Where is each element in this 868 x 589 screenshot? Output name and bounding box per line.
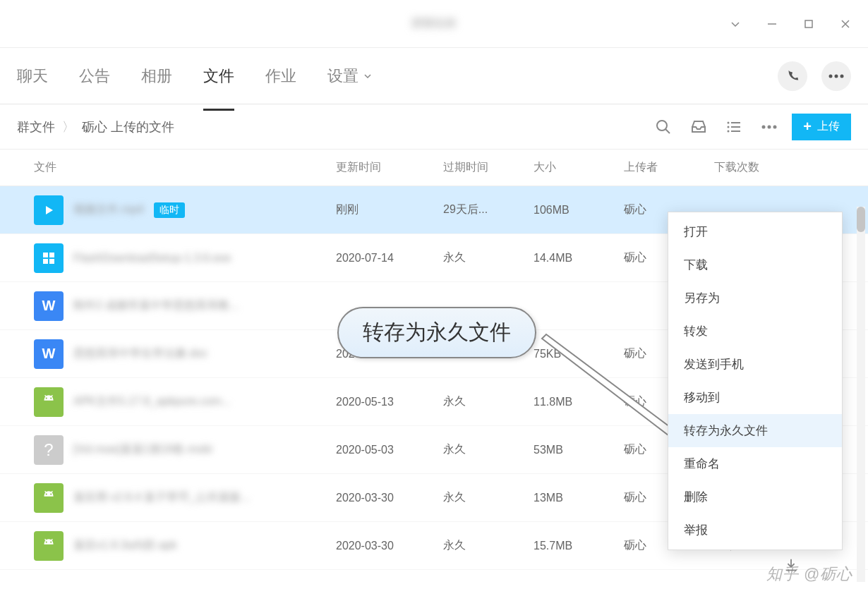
cell-update: 2020-05-13 bbox=[336, 396, 443, 408]
upload-button[interactable]: + 上传 bbox=[792, 114, 851, 140]
cell-update: 2020-05-03 bbox=[336, 444, 443, 456]
menu-item-delete[interactable]: 删除 bbox=[668, 480, 842, 514]
title-bar: 群聊名称 bbox=[0, 0, 868, 48]
svg-point-11 bbox=[728, 126, 730, 128]
dropdown-icon[interactable] bbox=[727, 16, 744, 32]
svg-point-26 bbox=[50, 493, 52, 494]
menu-item-forward[interactable]: 转发 bbox=[668, 315, 842, 348]
file-name: 视频文件.mp4 bbox=[73, 202, 144, 217]
col-downloads[interactable]: 下载次数 bbox=[714, 160, 851, 175]
svg-rect-19 bbox=[43, 259, 48, 264]
cell-expire: 永久 bbox=[443, 538, 534, 553]
window-controls bbox=[727, 16, 854, 32]
list-icon[interactable] bbox=[721, 114, 747, 140]
menu-item-moveto[interactable]: 移动到 bbox=[668, 381, 842, 414]
menu-item-saveas[interactable]: 另存为 bbox=[668, 281, 842, 315]
breadcrumb-path: 砺心 上传的文件 bbox=[82, 119, 174, 135]
cell-expire: 永久 bbox=[443, 442, 534, 457]
svg-point-2 bbox=[829, 74, 833, 78]
svg-rect-18 bbox=[49, 253, 54, 257]
apk-icon bbox=[34, 387, 64, 417]
svg-point-3 bbox=[835, 74, 838, 78]
inbox-icon[interactable] bbox=[686, 114, 711, 140]
scrollbar-thumb[interactable] bbox=[857, 207, 865, 232]
svg-point-15 bbox=[773, 125, 777, 128]
col-name[interactable]: 文件 bbox=[34, 160, 336, 175]
svg-point-12 bbox=[728, 130, 730, 132]
svg-point-22 bbox=[50, 397, 52, 399]
svg-point-21 bbox=[46, 397, 47, 399]
cell-size: 13MB bbox=[534, 492, 624, 504]
menu-item-report[interactable]: 举报 bbox=[668, 514, 842, 547]
menu-item-rename[interactable]: 重命名 bbox=[668, 447, 842, 480]
window-title: 群聊名称 bbox=[411, 16, 457, 31]
unknown-icon: ? bbox=[34, 435, 64, 465]
call-icon[interactable] bbox=[778, 61, 807, 91]
svg-line-31 bbox=[45, 539, 47, 540]
tab-settings[interactable]: 设置 bbox=[327, 59, 373, 94]
win-icon bbox=[34, 243, 64, 273]
search-icon[interactable] bbox=[651, 114, 676, 140]
more-icon[interactable] bbox=[821, 61, 851, 91]
cell-size: 15.7MB bbox=[534, 540, 624, 552]
svg-rect-1 bbox=[805, 20, 812, 28]
svg-point-4 bbox=[840, 74, 844, 78]
cell-expire: 永久 bbox=[443, 394, 534, 409]
svg-marker-16 bbox=[46, 206, 53, 214]
cell-size: 14.4MB bbox=[534, 252, 624, 265]
svg-point-29 bbox=[46, 541, 47, 542]
svg-point-13 bbox=[762, 125, 766, 128]
cell-update: 2020-07-14 bbox=[336, 252, 443, 265]
col-uploader[interactable]: 上传者 bbox=[624, 160, 714, 175]
svg-rect-20 bbox=[49, 259, 54, 264]
cell-update: 刚刚 bbox=[336, 202, 443, 217]
scrollbar-track[interactable] bbox=[857, 207, 865, 582]
context-menu: 打开下载另存为转发发送到手机移动到转存为永久文件重命名删除举报 bbox=[668, 212, 843, 550]
file-name: 某应v1.9.3o内部.apk bbox=[73, 538, 177, 553]
cell-size: 106MB bbox=[534, 204, 624, 217]
apk-icon bbox=[34, 483, 64, 513]
video-icon bbox=[34, 195, 64, 225]
menu-item-open[interactable]: 打开 bbox=[668, 215, 842, 248]
tab-announce[interactable]: 公告 bbox=[79, 59, 110, 94]
col-size[interactable]: 大小 bbox=[534, 160, 624, 175]
svg-point-14 bbox=[768, 125, 771, 128]
cell-expire: 永久 bbox=[443, 490, 534, 505]
chevron-down-icon bbox=[363, 71, 373, 81]
svg-line-23 bbox=[45, 395, 47, 396]
tab-files[interactable]: 文件 bbox=[203, 59, 234, 94]
maximize-icon[interactable] bbox=[800, 16, 817, 32]
tab-album[interactable]: 相册 bbox=[141, 59, 172, 94]
file-name: 某应用 v2.8.4 某子带币_公共某版... bbox=[73, 490, 251, 505]
svg-line-32 bbox=[51, 539, 52, 540]
plus-icon: + bbox=[803, 119, 812, 135]
menu-item-perm[interactable]: 转存为永久文件 bbox=[668, 414, 842, 447]
file-name: FlashDownloadSetup-1.3.6.exe bbox=[73, 252, 231, 265]
col-update[interactable]: 更新时间 bbox=[336, 160, 443, 175]
cell-expire: 29天后... bbox=[443, 202, 534, 217]
col-expire[interactable]: 过期时间 bbox=[443, 160, 534, 175]
download-icon[interactable] bbox=[783, 557, 799, 575]
apk-icon bbox=[34, 531, 64, 561]
svg-rect-17 bbox=[43, 253, 48, 257]
file-name: APK文件5.17.8_apkpure.com... bbox=[73, 394, 231, 409]
table-header: 文件 更新时间 过期时间 大小 上传者 下载次数 bbox=[0, 150, 868, 186]
minimize-icon[interactable] bbox=[764, 16, 780, 32]
tab-settings-label: 设置 bbox=[327, 66, 358, 87]
menu-item-sendphone[interactable]: 发送到手机 bbox=[668, 348, 842, 381]
file-name: 思想高等中学生学法兼.doc bbox=[73, 346, 207, 361]
svg-point-10 bbox=[728, 121, 730, 123]
cell-update: 2020-03-30 bbox=[336, 540, 443, 552]
svg-line-24 bbox=[51, 395, 52, 396]
svg-point-30 bbox=[50, 541, 52, 542]
menu-item-download[interactable]: 下载 bbox=[668, 248, 842, 281]
tab-homework[interactable]: 作业 bbox=[265, 59, 296, 94]
ellipsis-icon[interactable] bbox=[757, 114, 782, 140]
callout: 转存为永久文件 bbox=[337, 307, 536, 358]
file-name: 附件2 成都市某中学思想高等教... bbox=[73, 298, 239, 313]
tab-chat[interactable]: 聊天 bbox=[17, 59, 48, 94]
cell-update: 2020-03-30 bbox=[336, 492, 443, 504]
toolbar: 群文件 〉 砺心 上传的文件 + 上传 bbox=[0, 104, 868, 150]
breadcrumb-root[interactable]: 群文件 bbox=[17, 119, 55, 135]
close-icon[interactable] bbox=[837, 16, 854, 32]
